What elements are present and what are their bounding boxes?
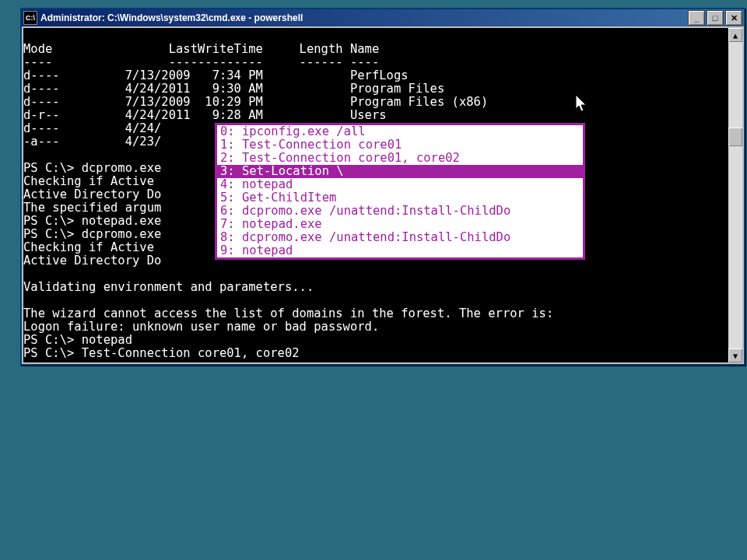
dir-line: d-r-- 4/24/2011 9:28 AM Users xyxy=(23,108,387,122)
maximize-button[interactable]: □ xyxy=(707,10,724,26)
close-button[interactable]: ✕ xyxy=(725,10,742,26)
output-line: Validating environment and parameters... xyxy=(23,280,314,294)
history-item[interactable]: 6: dcpromo.exe /unattend:Install-ChildDo xyxy=(217,205,583,218)
scroll-down-button[interactable]: ▼ xyxy=(728,348,742,362)
terminal-window: C:\ Administrator: C:\Windows\system32\c… xyxy=(20,8,745,366)
scroll-up-button[interactable]: ▲ xyxy=(728,28,742,42)
column-header: Mode LastWriteTime Length Name xyxy=(23,42,379,56)
dir-line: d---- 4/24/ xyxy=(23,121,161,135)
scroll-thumb[interactable] xyxy=(728,128,742,146)
cmd-icon: C:\ xyxy=(23,11,37,25)
history-item[interactable]: 9: notepad xyxy=(217,244,583,257)
output-line: PS C:\> dcpromo.exe xyxy=(23,161,161,175)
history-item[interactable]: 7: notepad.exe xyxy=(217,218,583,231)
window-title: Administrator: C:\Windows\system32\cmd.e… xyxy=(40,12,688,23)
history-item[interactable]: 4: notepad xyxy=(217,178,583,191)
minimize-button[interactable]: _ xyxy=(688,10,705,26)
output-line: PS C:\> dcpromo.exe xyxy=(23,227,161,241)
prompt-line: PS C:\> Test-Connection core01, core02 xyxy=(23,346,300,360)
history-item[interactable]: 8: dcpromo.exe /unattend:Install-ChildDo xyxy=(217,231,583,244)
column-header-sep: ---- ------------- ------ ---- xyxy=(23,55,379,69)
dir-line: d---- 4/24/2011 9:30 AM Program Files xyxy=(23,82,444,96)
history-item[interactable]: 1: Test-Connection core01 xyxy=(217,138,583,152)
output-line: PS C:\> notepad.exe xyxy=(23,214,161,228)
dir-line: d---- 7/13/2009 10:29 PM Program Files (… xyxy=(23,95,488,109)
output-line: Active Directory Do xyxy=(23,254,161,268)
history-item[interactable]: 0: ipconfig.exe /all xyxy=(217,125,583,138)
output-line: The wizard cannot access the list of dom… xyxy=(23,306,553,320)
output-line: Logon failure: unknown user name or bad … xyxy=(23,320,379,334)
history-item-selected[interactable]: 3: Set-Location \ xyxy=(217,165,583,178)
dir-line: d---- 7/13/2009 7:34 PM PerfLogs xyxy=(23,68,409,82)
vertical-scrollbar[interactable]: ▲ ▼ xyxy=(728,28,742,362)
command-history-popup[interactable]: 0: ipconfig.exe /all 1: Test-Connection … xyxy=(215,123,585,260)
titlebar[interactable]: C:\ Administrator: C:\Windows\system32\c… xyxy=(22,9,744,26)
history-item[interactable]: 2: Test-Connection core01, core02 xyxy=(217,152,583,165)
output-line: PS C:\> notepad xyxy=(23,333,132,347)
history-item[interactable]: 5: Get-ChildItem xyxy=(217,191,583,205)
